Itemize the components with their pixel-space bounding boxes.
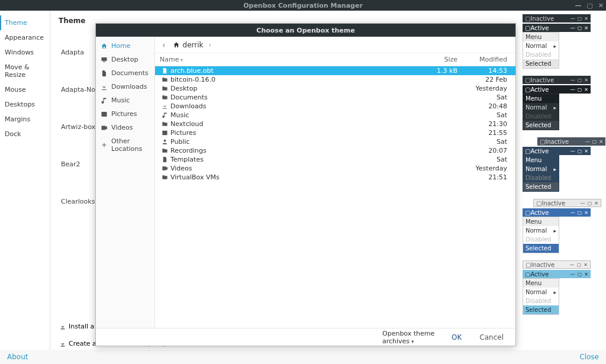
preview-inactive-titlebar: ▢ Inactive—▢✕ bbox=[533, 199, 601, 207]
window-maximize-button[interactable]: ▢ bbox=[586, 2, 592, 9]
minimize-icon: — bbox=[570, 272, 575, 277]
file-row[interactable]: Recordings20:07 bbox=[155, 146, 515, 155]
places-item-downloads[interactable]: Downloads bbox=[96, 80, 154, 94]
column-header-modified[interactable]: Modified bbox=[457, 56, 511, 63]
file-chooser-title: Choose an Openbox theme bbox=[96, 24, 515, 37]
preview-menu: MenuNormalDisabledSelected bbox=[523, 155, 559, 192]
sidebar-item-windows[interactable]: Windows bbox=[0, 45, 50, 60]
places-item-label: Home bbox=[111, 42, 130, 50]
sidebar-item-appearance[interactable]: Appearance bbox=[0, 30, 50, 45]
file-name: arch.blue.obt bbox=[169, 67, 422, 75]
preview-menu-heading: Menu bbox=[523, 94, 559, 103]
cancel-button[interactable]: Cancel bbox=[476, 331, 507, 344]
folder-icon bbox=[162, 94, 168, 101]
preview-menu-normal: Normal bbox=[523, 226, 559, 235]
maximize-icon: ▢ bbox=[578, 78, 582, 83]
file-row[interactable]: VirtualBox VMs21:51 bbox=[155, 173, 515, 182]
file-modified: 14:53 bbox=[457, 67, 511, 75]
preview-menu-selected: Selected bbox=[523, 305, 559, 314]
picture-icon bbox=[162, 130, 168, 136]
path-crumb-home[interactable]: derrik bbox=[173, 41, 212, 49]
close-icon: ✕ bbox=[584, 25, 588, 31]
preview-inactive-label: Inactive bbox=[545, 138, 585, 145]
ok-button[interactable]: OK bbox=[448, 331, 465, 344]
places-item-videos[interactable]: Videos bbox=[96, 121, 154, 134]
places-item-music[interactable]: Music bbox=[96, 94, 154, 107]
preview-menu-heading: Menu bbox=[523, 156, 559, 165]
home-icon bbox=[173, 41, 180, 49]
square-icon: ▢ bbox=[525, 25, 530, 31]
file-size: 1.3 kB bbox=[422, 67, 457, 75]
file-row[interactable]: TemplatesSat bbox=[155, 155, 515, 164]
file-row[interactable]: DocumentsSat bbox=[155, 93, 515, 102]
sidebar-item-move-resize[interactable]: Move & Resize bbox=[0, 60, 50, 82]
file-type-filter[interactable]: Openbox theme archives bbox=[104, 330, 437, 345]
preview-menu: MenuNormalDisabledSelected bbox=[523, 94, 559, 130]
file-row[interactable]: arch.blue.obt1.3 kB14:53 bbox=[155, 66, 515, 75]
close-icon: ✕ bbox=[584, 87, 588, 92]
plus-icon bbox=[101, 141, 108, 149]
maximize-icon: ▢ bbox=[588, 201, 592, 206]
folder-icon bbox=[162, 147, 168, 154]
square-icon: ▢ bbox=[525, 210, 530, 216]
file-row[interactable]: DesktopYesterday bbox=[155, 84, 515, 93]
sidebar-item-dock[interactable]: Dock bbox=[0, 127, 50, 141]
close-icon: ✕ bbox=[594, 201, 598, 206]
window-titlebar: Openbox Configuration Manager — ▢ ✕ bbox=[0, 0, 606, 11]
preview-inactive-titlebar: ▢ Inactive—▢✕ bbox=[523, 76, 591, 84]
sidebar-item-mouse[interactable]: Mouse bbox=[0, 82, 50, 97]
sidebar-item-margins[interactable]: Margins bbox=[0, 112, 50, 127]
close-link[interactable]: Close bbox=[579, 353, 599, 361]
places-item-documents[interactable]: Documents bbox=[96, 66, 154, 80]
places-item-desktop[interactable]: Desktop bbox=[96, 53, 154, 66]
folder-icon bbox=[162, 85, 168, 92]
preview-inactive-titlebar: ▢ Inactive—▢✕ bbox=[523, 260, 591, 269]
window-minimize-button[interactable]: — bbox=[575, 2, 581, 9]
file-row[interactable]: VideosYesterday bbox=[155, 164, 515, 173]
places-item-pictures[interactable]: Pictures bbox=[96, 107, 154, 121]
maximize-icon: ▢ bbox=[578, 16, 582, 21]
theme-preview: ▢ Inactive—▢✕▢ Active—▢✕MenuNormalDisabl… bbox=[523, 14, 602, 67]
file-modified: Sat bbox=[457, 138, 511, 146]
download-icon bbox=[101, 83, 108, 91]
file-modified: 20:48 bbox=[457, 102, 511, 110]
preview-active-titlebar: ▢ Active—▢✕ bbox=[523, 85, 591, 94]
path-back-button[interactable]: ‹ bbox=[162, 40, 166, 50]
file-modified: Sat bbox=[457, 156, 511, 163]
theme-preview: ▢ Inactive—▢✕▢ Active—▢✕MenuNormalDisabl… bbox=[523, 76, 602, 129]
file-row[interactable]: bitcoin-0.16.022 Feb bbox=[155, 75, 515, 84]
file-row[interactable]: Downloads20:48 bbox=[155, 102, 515, 111]
file-row[interactable]: Pictures21:55 bbox=[155, 128, 515, 137]
places-item-label: Music bbox=[111, 96, 130, 104]
maximize-icon: ▢ bbox=[578, 25, 582, 31]
places-item-home[interactable]: Home bbox=[96, 39, 154, 53]
preview-menu-disabled: Disabled bbox=[523, 297, 559, 305]
about-link[interactable]: About bbox=[7, 353, 28, 361]
file-row[interactable]: Nextcloud21:30 bbox=[155, 120, 515, 128]
preview-inactive-label: Inactive bbox=[531, 262, 569, 268]
preview-menu-disabled: Disabled bbox=[523, 112, 559, 121]
file-row[interactable]: PublicSat bbox=[155, 137, 515, 146]
file-row[interactable]: MusicSat bbox=[155, 111, 515, 120]
file-list-header: Name Size Modified bbox=[155, 53, 515, 66]
column-header-name[interactable]: Name bbox=[160, 56, 422, 63]
preview-menu-heading: Menu bbox=[523, 279, 559, 288]
file-modified: 22 Feb bbox=[457, 76, 511, 83]
maximize-icon: ▢ bbox=[578, 87, 582, 92]
minimize-icon: — bbox=[581, 201, 585, 206]
places-item-other-locations[interactable]: Other Locations bbox=[96, 134, 154, 156]
maximize-icon: ▢ bbox=[578, 149, 582, 154]
maximize-icon: ▢ bbox=[592, 139, 597, 144]
app-footer: About Close bbox=[0, 350, 606, 364]
places-item-label: Downloads bbox=[111, 83, 147, 91]
column-header-size[interactable]: Size bbox=[422, 56, 457, 63]
file-icon bbox=[162, 67, 168, 74]
window-close-button[interactable]: ✕ bbox=[598, 2, 604, 9]
file-name: Pictures bbox=[169, 129, 422, 137]
sidebar-item-theme[interactable]: Theme bbox=[0, 15, 50, 30]
maximize-icon: ▢ bbox=[578, 210, 582, 215]
places-item-label: Pictures bbox=[111, 110, 137, 118]
sidebar-item-desktops[interactable]: Desktops bbox=[0, 97, 50, 112]
preview-inactive-titlebar: ▢ Inactive—▢✕ bbox=[537, 137, 605, 146]
preview-menu-normal: Normal bbox=[523, 103, 559, 112]
